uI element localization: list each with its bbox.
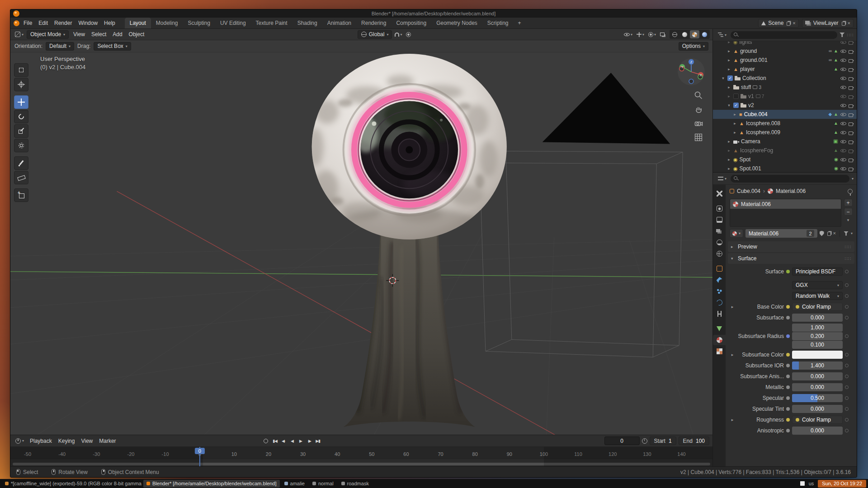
add-slot-button[interactable]: +: [844, 199, 853, 206]
slider-field[interactable]: 1.400: [792, 361, 843, 370]
hide-viewport-toggle[interactable]: [840, 48, 846, 54]
properties-tab-constraints[interactable]: [713, 309, 726, 319]
navigation-gizmo[interactable]: Z X Y: [677, 58, 705, 86]
expand-icon[interactable]: ▸: [726, 41, 731, 44]
timeline-editor-selector[interactable]: ▾: [14, 437, 26, 445]
properties-tab-render[interactable]: [713, 203, 726, 214]
material-slot[interactable]: Material.006: [730, 199, 841, 209]
timeline-scrollbar[interactable]: [13, 463, 710, 465]
shading-wireframe[interactable]: [670, 30, 679, 38]
disable-render-toggle[interactable]: [848, 120, 854, 127]
wireframe-box-object[interactable]: [480, 151, 683, 357]
disable-render-toggle[interactable]: [848, 138, 854, 145]
tab-shading[interactable]: Shading: [292, 18, 322, 28]
tab-geometry-nodes[interactable]: Geometry Nodes: [431, 18, 482, 28]
jump-to-end-button[interactable]: ▶▮: [314, 437, 322, 445]
hide-viewport-toggle[interactable]: [840, 93, 846, 99]
ramp-field[interactable]: Color Ramp: [792, 416, 843, 424]
tool-transform[interactable]: [14, 139, 28, 152]
disable-render-toggle[interactable]: [848, 84, 854, 90]
webcam-object[interactable]: [307, 54, 507, 249]
dropdown-field[interactable]: GGX▾: [792, 281, 843, 289]
properties-tab-view-layer[interactable]: [713, 226, 726, 236]
tab-rendering[interactable]: Rendering: [356, 18, 391, 28]
properties-tab-tool[interactable]: [713, 188, 726, 199]
overlays-dropdown[interactable]: ▾: [647, 31, 657, 38]
pin-icon[interactable]: [848, 189, 853, 194]
unlink-scene-icon[interactable]: ×: [793, 21, 795, 26]
clock[interactable]: Sun, 20 Oct 19:22: [818, 480, 866, 488]
expand-icon[interactable]: ▸: [732, 130, 737, 135]
tab-layout[interactable]: Layout: [125, 18, 151, 28]
collapse-icon[interactable]: ▾: [721, 76, 726, 80]
hide-viewport-toggle[interactable]: [840, 156, 846, 163]
expand-icon[interactable]: ▸: [726, 148, 731, 153]
proportional-editing-toggle[interactable]: [405, 31, 412, 38]
breadcrumb-material[interactable]: Material.006: [776, 188, 806, 194]
slot-specials-menu[interactable]: ▾: [847, 218, 849, 222]
outliner-row-v2[interactable]: ▾✓v2: [713, 101, 857, 110]
tool-add-cube[interactable]: [14, 188, 28, 202]
current-frame-field[interactable]: 0: [604, 436, 640, 445]
hide-viewport-toggle[interactable]: [840, 57, 846, 63]
timeline-menu-keying[interactable]: Keying: [55, 437, 78, 445]
tool-measure[interactable]: [14, 171, 28, 184]
taskbar-item-roadmask[interactable]: roadmask: [338, 480, 372, 488]
expand-icon[interactable]: ▸: [732, 121, 737, 126]
jump-to-start-button[interactable]: ▮◀: [271, 437, 279, 445]
collection-checkbox[interactable]: ✓: [727, 75, 733, 81]
tab-compositing[interactable]: Compositing: [391, 18, 431, 28]
window-titlebar[interactable]: Blender* [/home/amalie/Desktop/blender/w…: [10, 9, 857, 18]
slider-field[interactable]: 0.000: [792, 314, 843, 322]
hide-viewport-toggle[interactable]: [840, 75, 846, 81]
hide-viewport-toggle[interactable]: [840, 120, 846, 127]
use-preview-range-icon[interactable]: [642, 438, 647, 444]
properties-tab-texture[interactable]: [713, 346, 726, 357]
menu-window[interactable]: Window: [75, 19, 101, 27]
expand-icon[interactable]: ▸: [726, 139, 731, 144]
properties-tab-particles[interactable]: [713, 286, 726, 296]
vp-menu-select[interactable]: Select: [88, 30, 109, 38]
properties-editor-selector[interactable]: ▾: [716, 175, 728, 182]
hide-viewport-toggle[interactable]: [840, 111, 846, 117]
tab-texture-paint[interactable]: Texture Paint: [251, 18, 292, 28]
pyramid-object[interactable]: [542, 73, 670, 144]
gizmo-x-label[interactable]: X: [699, 73, 702, 77]
menu-edit[interactable]: Edit: [35, 19, 51, 27]
remove-view-layer-icon[interactable]: ×: [848, 21, 850, 26]
tool-annotate[interactable]: [14, 156, 28, 170]
decorator-dot[interactable]: [845, 353, 849, 357]
menu-render[interactable]: Render: [51, 19, 75, 27]
timeline-menu-view[interactable]: View: [78, 437, 96, 445]
timeline-body[interactable]: -50-40-30-20-100102030405060708090100110…: [10, 447, 712, 466]
expand-icon[interactable]: ▸: [726, 166, 731, 171]
collection-checkbox[interactable]: [733, 94, 739, 99]
gizmo-y-label[interactable]: Y: [681, 65, 683, 69]
drag-dropdown[interactable]: Select Box ▾: [94, 42, 131, 51]
hide-viewport-toggle[interactable]: [840, 66, 846, 72]
snap-toggle[interactable]: ▾: [393, 32, 403, 38]
outliner-row-spot[interactable]: ▸◉Spot◉: [713, 155, 857, 164]
play-button[interactable]: ▶: [297, 437, 305, 445]
decorator-dot[interactable]: [845, 294, 849, 298]
disable-render-toggle[interactable]: [848, 57, 854, 63]
tab-animation[interactable]: Animation: [322, 18, 356, 28]
transform-orientation-selector[interactable]: Global ▾: [358, 30, 392, 39]
properties-tab-material[interactable]: [713, 335, 726, 345]
properties-tab-object[interactable]: [713, 263, 726, 274]
tray-icon[interactable]: [800, 481, 805, 486]
chevron-down-icon[interactable]: ▾: [852, 177, 854, 181]
expand-icon[interactable]: ▸: [732, 112, 737, 117]
toggle-xray[interactable]: [659, 32, 666, 37]
tool-cursor[interactable]: [14, 78, 28, 91]
camera-view-icon[interactable]: [693, 118, 703, 128]
disable-render-toggle[interactable]: [848, 93, 854, 99]
decorator-dot[interactable]: [845, 364, 849, 367]
disable-render-toggle[interactable]: [848, 66, 854, 72]
outliner-row-stuff[interactable]: ▸stuff3: [713, 83, 857, 92]
decorator-dot[interactable]: [845, 270, 849, 273]
shading-rendered[interactable]: [700, 30, 709, 38]
users-count-badge[interactable]: 2: [807, 230, 814, 237]
outliner-row-v1[interactable]: ▸v17: [713, 92, 857, 101]
outliner-row-icosphere-008[interactable]: ▸▲Icosphere.008▲: [713, 119, 857, 128]
